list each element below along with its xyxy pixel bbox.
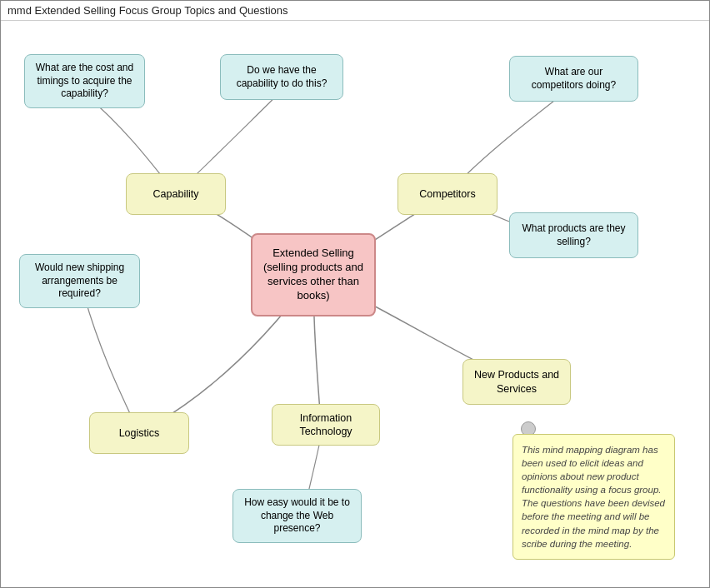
diagram-area: Extended Selling (selling products and s…: [1, 21, 710, 577]
logistics-label: Logistics: [119, 426, 160, 440]
q5-label: Would new shipping arrangements be requi…: [28, 262, 131, 301]
q1-label: What are the cost and timings to acquire…: [33, 62, 136, 101]
node-information-technology: Information Technology: [272, 404, 380, 446]
title-bar: mmd Extended Selling Focus Group Topics …: [1, 1, 709, 21]
note-text: This mind mapping diagram has been used …: [522, 445, 665, 549]
question-q2: Do we have the capability to do this?: [220, 54, 343, 100]
new-products-label: New Products and Services: [472, 368, 562, 396]
q3-label: What are our competitors doing?: [518, 66, 629, 92]
node-logistics: Logistics: [89, 412, 189, 454]
q4-label: What products are they selling?: [518, 222, 629, 248]
q6-label: How easy would it be to change the Web p…: [242, 496, 352, 536]
window: mmd Extended Selling Focus Group Topics …: [0, 0, 710, 588]
node-new-products: New Products and Services: [462, 359, 571, 405]
question-q5: Would new shipping arrangements be requi…: [19, 254, 140, 308]
information-technology-label: Information Technology: [281, 411, 371, 439]
capability-label: Capability: [153, 187, 199, 201]
node-competitors: Competitors: [398, 173, 498, 215]
question-q3: What are our competitors doing?: [509, 56, 638, 102]
competitors-label: Competitors: [419, 187, 475, 201]
central-label: Extended Selling (selling products and s…: [261, 247, 366, 303]
node-capability: Capability: [126, 173, 226, 215]
question-q1: What are the cost and timings to acquire…: [24, 54, 145, 108]
note-box: This mind mapping diagram has been used …: [512, 434, 675, 560]
window-title: mmd Extended Selling Focus Group Topics …: [8, 4, 288, 17]
question-q6: How easy would it be to change the Web p…: [232, 489, 362, 543]
q2-label: Do we have the capability to do this?: [229, 64, 334, 90]
question-q4: What products are they selling?: [509, 212, 638, 258]
central-node: Extended Selling (selling products and s…: [251, 233, 376, 316]
